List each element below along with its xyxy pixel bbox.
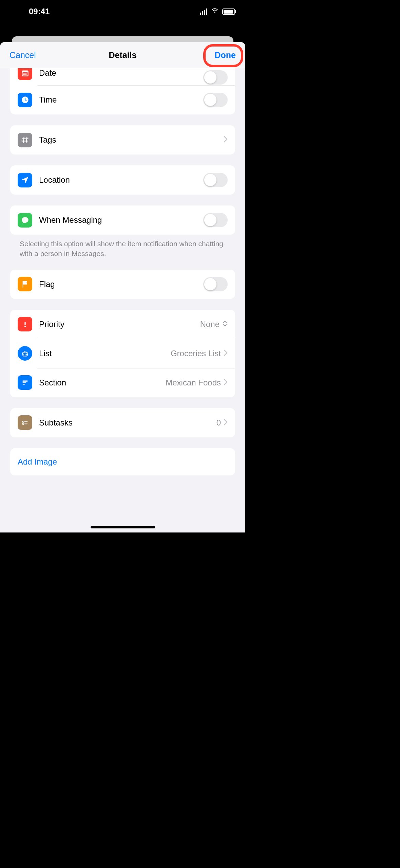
wifi-icon xyxy=(211,6,219,17)
row-label: Tags xyxy=(39,135,224,145)
svg-rect-15 xyxy=(22,382,26,383)
chevron-right-icon xyxy=(224,349,228,358)
chevron-right-icon xyxy=(224,379,228,387)
date-toggle[interactable] xyxy=(203,70,228,85)
location-icon xyxy=(18,173,32,187)
cancel-button[interactable]: Cancel xyxy=(9,50,36,60)
row-label: Priority xyxy=(39,320,200,329)
row-label: When Messaging xyxy=(39,215,203,225)
group-location: Location xyxy=(10,165,235,195)
exclamation-icon xyxy=(18,317,32,331)
row-subtasks[interactable]: Subtasks 0 xyxy=(10,408,235,437)
svg-point-3 xyxy=(23,73,24,73)
location-toggle[interactable] xyxy=(203,173,228,187)
chevron-right-icon xyxy=(224,136,228,144)
time-toggle[interactable] xyxy=(203,93,228,107)
navigation-bar: Cancel Details Done xyxy=(0,42,245,68)
messaging-footer-note: Selecting this option will show the item… xyxy=(10,235,235,259)
svg-rect-16 xyxy=(22,384,25,384)
content-scroll[interactable]: Date Time Tags xyxy=(0,68,245,532)
svg-point-7 xyxy=(23,74,24,74)
svg-point-4 xyxy=(24,73,25,73)
svg-rect-2 xyxy=(22,72,27,75)
group-add-image: Add Image xyxy=(10,448,235,475)
clock-icon xyxy=(18,93,32,107)
svg-point-9 xyxy=(25,74,26,74)
group-tags: Tags xyxy=(10,125,235,155)
group-priority-list-section: Priority None List Groceries List xyxy=(10,310,235,397)
svg-point-10 xyxy=(26,74,27,74)
nav-title: Details xyxy=(0,50,245,60)
hash-icon xyxy=(18,133,32,147)
calendar-icon xyxy=(18,68,32,80)
group-flag: Flag xyxy=(10,270,235,299)
row-priority[interactable]: Priority None xyxy=(10,310,235,339)
row-label: Subtasks xyxy=(39,418,216,428)
svg-point-5 xyxy=(25,73,26,73)
row-label: Time xyxy=(39,95,203,105)
status-indicators xyxy=(200,6,235,17)
home-indicator[interactable] xyxy=(91,526,155,528)
details-sheet: Cancel Details Done Date Time xyxy=(0,42,245,532)
row-list[interactable]: List Groceries List xyxy=(10,339,235,368)
flag-toggle[interactable] xyxy=(203,277,228,291)
svg-point-17 xyxy=(22,421,24,422)
svg-point-13 xyxy=(24,326,26,327)
row-label: Section xyxy=(39,378,166,387)
subtasks-value: 0 xyxy=(216,418,221,428)
message-icon xyxy=(18,213,32,228)
battery-icon xyxy=(222,8,235,15)
svg-point-6 xyxy=(26,73,27,73)
svg-rect-14 xyxy=(22,380,27,381)
group-messaging: When Messaging xyxy=(10,205,235,235)
list-value: Groceries List xyxy=(171,349,221,358)
section-list-icon xyxy=(18,375,32,390)
svg-point-18 xyxy=(22,423,24,424)
group-subtasks: Subtasks 0 xyxy=(10,408,235,437)
add-image-button[interactable]: Add Image xyxy=(10,448,235,475)
status-bar: 09:41 xyxy=(0,0,245,23)
row-location[interactable]: Location xyxy=(10,165,235,195)
row-label: Date xyxy=(39,68,203,78)
svg-rect-12 xyxy=(24,322,25,325)
messaging-toggle[interactable] xyxy=(203,213,228,227)
up-down-icon xyxy=(222,320,228,328)
cellular-icon xyxy=(200,8,207,15)
basket-icon xyxy=(18,346,32,361)
svg-point-8 xyxy=(24,74,25,74)
row-flag[interactable]: Flag xyxy=(10,270,235,299)
subtasks-icon xyxy=(18,415,32,430)
row-section[interactable]: Section Mexican Foods xyxy=(10,368,235,397)
row-label: Location xyxy=(39,175,203,185)
row-time[interactable]: Time xyxy=(10,85,235,114)
done-button[interactable]: Done xyxy=(215,50,236,60)
section-value: Mexican Foods xyxy=(166,378,221,387)
row-messaging[interactable]: When Messaging xyxy=(10,205,235,235)
status-time: 09:41 xyxy=(29,7,50,16)
group-date-time: Date Time xyxy=(10,68,235,114)
row-tags[interactable]: Tags xyxy=(10,125,235,155)
chevron-right-icon xyxy=(224,419,228,427)
row-label: List xyxy=(39,349,171,358)
flag-icon xyxy=(18,277,32,291)
row-date[interactable]: Date xyxy=(10,68,235,85)
row-label: Flag xyxy=(39,279,203,289)
priority-value: None xyxy=(200,320,220,329)
